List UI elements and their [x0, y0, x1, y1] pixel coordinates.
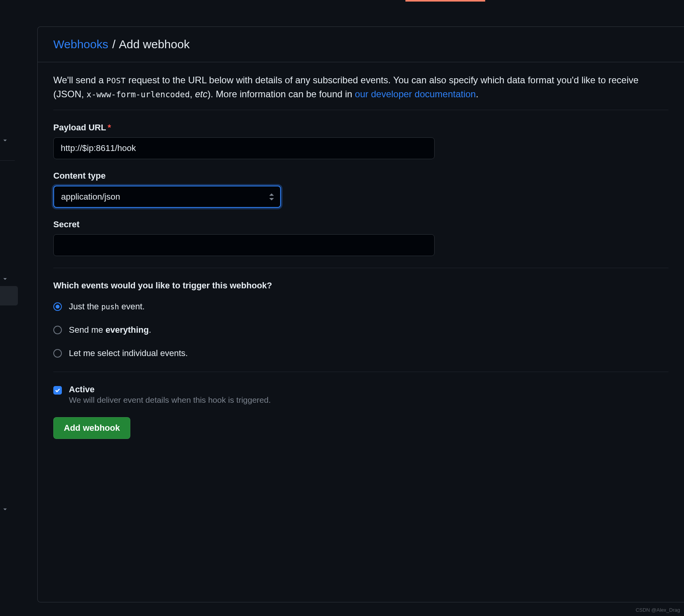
- event-option-everything[interactable]: Send me everything.: [53, 325, 668, 335]
- payload-url-input[interactable]: [53, 137, 435, 159]
- radio-label[interactable]: Just the push event.: [69, 302, 145, 312]
- check-icon: [54, 387, 61, 393]
- secret-group: Secret: [53, 219, 668, 256]
- radio-input[interactable]: [53, 326, 62, 334]
- radio-input[interactable]: [53, 302, 62, 311]
- breadcrumb: Webhooks / Add webhook: [38, 27, 684, 62]
- content-type-select[interactable]: application/json: [53, 186, 281, 208]
- sidebar-selected-item[interactable]: [0, 286, 18, 305]
- http-method: POST: [106, 76, 126, 85]
- sidebar-divider: [0, 160, 15, 161]
- watermark: CSDN @Alex_Drag: [636, 607, 680, 613]
- content-type-group: Content type application/json: [53, 171, 668, 208]
- chevron-down-icon[interactable]: [2, 137, 9, 145]
- active-text: Active We will deliver event details whe…: [69, 384, 271, 405]
- secret-label: Secret: [53, 219, 668, 230]
- active-tab-indicator: [405, 0, 485, 2]
- content-type-label: Content type: [53, 171, 668, 181]
- chevron-down-icon[interactable]: [2, 276, 9, 284]
- breadcrumb-parent-link[interactable]: Webhooks: [53, 38, 108, 51]
- event-option-push[interactable]: Just the push event.: [53, 302, 668, 312]
- secret-input[interactable]: [53, 234, 435, 256]
- section-divider: [53, 268, 668, 268]
- active-checkbox[interactable]: [53, 386, 62, 395]
- top-border: [0, 0, 684, 3]
- add-webhook-button[interactable]: Add webhook: [53, 417, 130, 439]
- encoding-text: x-www-form-urlencoded: [86, 90, 190, 99]
- active-description: We will deliver event details when this …: [69, 395, 271, 404]
- sidebar-fragment: [0, 0, 18, 616]
- radio-label[interactable]: Send me everything.: [69, 325, 151, 335]
- breadcrumb-current: Add webhook: [119, 38, 190, 51]
- chevron-down-icon[interactable]: [2, 506, 9, 514]
- intro-text: We'll send a POST request to the URL bel…: [53, 73, 668, 110]
- main-panel: Webhooks / Add webhook We'll send a POST…: [37, 26, 684, 602]
- payload-url-group: Payload URL*: [53, 123, 668, 159]
- active-checkbox-row[interactable]: Active We will deliver event details whe…: [53, 384, 668, 405]
- event-option-individual[interactable]: Let me select individual events.: [53, 348, 668, 358]
- payload-url-label: Payload URL*: [53, 123, 668, 133]
- section-divider: [53, 372, 668, 372]
- breadcrumb-separator: /: [112, 38, 116, 51]
- developer-docs-link[interactable]: our developer documentation: [355, 89, 476, 99]
- panel-body: We'll send a POST request to the URL bel…: [38, 62, 684, 450]
- events-heading: Which events would you like to trigger t…: [53, 281, 668, 291]
- radio-label[interactable]: Let me select individual events.: [69, 348, 188, 358]
- active-label: Active: [69, 384, 271, 395]
- required-asterisk: *: [108, 123, 111, 132]
- radio-input[interactable]: [53, 349, 62, 358]
